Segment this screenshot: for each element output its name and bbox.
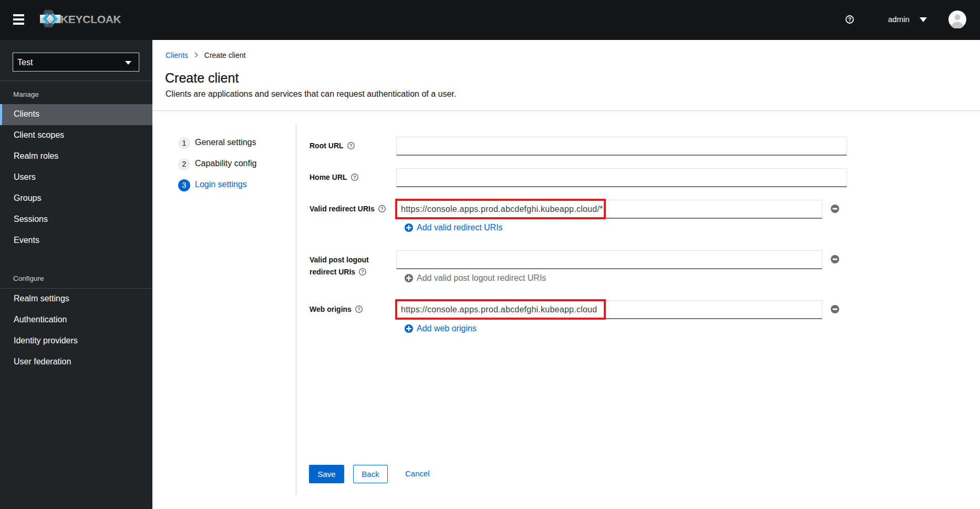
svg-text:?: ? (349, 142, 353, 148)
svg-text:?: ? (848, 17, 851, 23)
svg-text:?: ? (357, 306, 360, 312)
svg-text:?: ? (361, 269, 364, 274)
svg-text:KEYCLOAK: KEYCLOAK (60, 13, 121, 25)
svg-text:?: ? (380, 206, 384, 211)
svg-text:?: ? (353, 174, 356, 180)
